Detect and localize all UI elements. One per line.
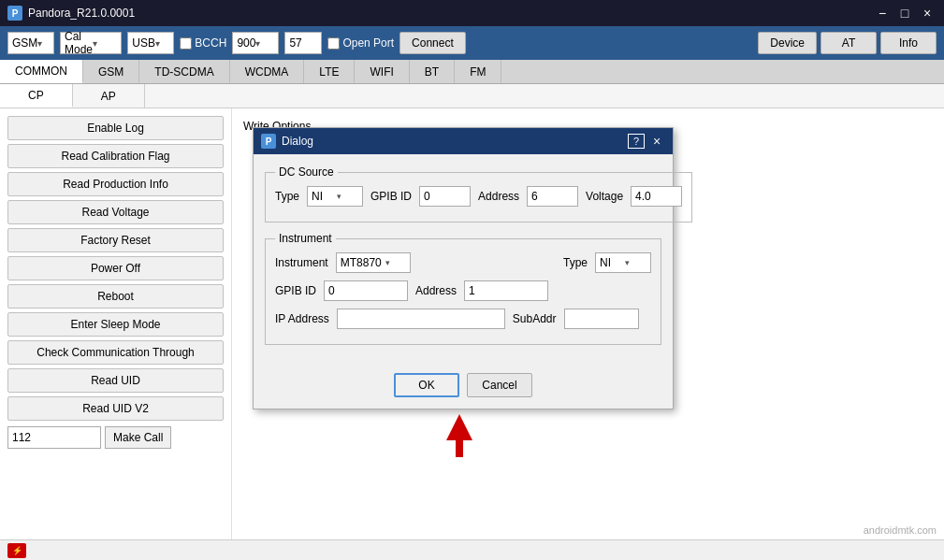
voltage-input[interactable] [631,186,682,207]
bcch-checkbox-label: BCCH [180,36,226,50]
enable-log-button[interactable]: Enable Log [7,116,224,140]
gpib-id2-input[interactable] [324,280,408,301]
tab-cp[interactable]: CP [0,84,73,108]
bcch-value-dropdown[interactable]: 900 ▾ [232,32,279,54]
type-label: Type [275,190,299,203]
dialog-title-bar: P Dialog ? × [254,128,673,154]
read-uid-v2-button[interactable]: Read UID V2 [7,396,224,421]
instrument-type-dropdown[interactable]: NI ▾ [595,252,651,273]
arrow-stem [456,440,463,457]
at-button[interactable]: AT [821,32,877,54]
watermark: androidmtk.com [864,524,937,536]
read-production-info-button[interactable]: Read Production Info [7,172,224,196]
tab-tdscdma[interactable]: TD-SCDMA [139,60,229,83]
tab-lte[interactable]: LTE [304,60,355,83]
cancel-button[interactable]: Cancel [467,373,532,397]
window-controls: − □ × [873,6,937,21]
content-area: CP AP Enable Log Read Calibration Flag R… [0,84,944,539]
voltage-label: Voltage [586,190,623,203]
connect-button[interactable]: Connect [399,32,466,54]
phone-row: Make Call [7,426,224,449]
toolbar-right: Device AT Info [758,32,937,54]
instrument-row3: IP Address SubAddr [275,309,651,329]
gsm-dropdown[interactable]: GSM ▾ [7,32,54,54]
main-tabs: COMMON GSM TD-SCDMA WCDMA LTE WIFI BT FM [0,60,944,84]
tab-wifi[interactable]: WIFI [355,60,409,83]
calmode-dropdown[interactable]: Cal Mode ▾ [60,32,122,54]
reboot-button[interactable]: Reboot [7,284,224,309]
sub-tabs: CP AP [0,84,944,108]
bcch-arrow: ▾ [255,38,274,49]
make-call-button[interactable]: Make Call [105,426,171,449]
subaddr-input[interactable] [564,309,639,329]
read-voltage-button[interactable]: Read Voltage [7,200,224,224]
restore-button[interactable]: □ [895,6,914,21]
minimize-button[interactable]: − [873,6,892,21]
usb-dropdown[interactable]: USB ▾ [127,32,174,54]
type-arrow: ▾ [337,192,358,201]
tab-fm[interactable]: FM [455,60,501,83]
address-input[interactable] [527,186,578,207]
dialog-footer: OK Cancel [254,366,673,409]
dc-source-row: Type NI ▾ GPIB ID Address Voltage [275,186,682,207]
phone-number-input[interactable] [7,426,101,449]
tab-ap[interactable]: AP [73,84,145,108]
instrument-legend: Instrument [275,232,336,245]
chan-input[interactable] [284,32,322,54]
ip-address-input[interactable] [337,309,505,329]
instrument-type-arrow: ▾ [625,258,646,267]
instrument-arrow: ▾ [385,258,406,267]
tab-wcdma[interactable]: WCDMA [230,60,305,83]
dc-source-section: DC Source Type NI ▾ GPIB ID Address Volt… [265,165,692,223]
dialog-icon: P [261,134,276,149]
usb-icon: ⚡ [7,543,26,558]
app-title: Pandora_R21.0.0001 [28,7,873,20]
gpib-id-label: GPIB ID [370,190,412,203]
dialog-body: DC Source Type NI ▾ GPIB ID Address Volt… [254,154,673,366]
instrument-row1: Instrument MT8870 ▾ Type NI ▾ [275,252,651,273]
dialog-close-button[interactable]: × [648,134,665,149]
tab-bt[interactable]: BT [410,60,455,83]
gpib-id2-label: GPIB ID [275,284,316,297]
read-uid-button[interactable]: Read UID [7,368,224,393]
gpib-id-input[interactable] [419,186,471,207]
info-button[interactable]: Info [880,32,937,54]
tab-gsm[interactable]: GSM [83,60,139,83]
tab-common[interactable]: COMMON [0,60,83,83]
open-port-checkbox[interactable] [327,37,340,50]
gsm-dropdown-arrow: ▾ [37,38,50,49]
main-content: Enable Log Read Calibration Flag Read Pr… [0,108,944,539]
ok-button[interactable]: OK [394,373,459,397]
app-icon: P [7,6,22,21]
enter-sleep-mode-button[interactable]: Enter Sleep Mode [7,312,224,337]
toolbar: GSM ▾ Cal Mode ▾ USB ▾ BCCH 900 ▾ Open P… [0,26,944,60]
arrow-head [446,414,472,440]
calmode-dropdown-arrow: ▾ [93,38,117,49]
status-bar: ⚡ [0,539,944,560]
dialog: P Dialog ? × DC Source Type NI ▾ GPI [253,127,674,409]
bcch-checkbox[interactable] [180,37,192,50]
dc-source-legend: DC Source [275,165,338,179]
ip-address-label: IP Address [275,312,329,325]
dialog-help-button[interactable]: ? [628,134,645,149]
factory-reset-button[interactable]: Factory Reset [7,228,224,252]
device-button[interactable]: Device [758,32,817,54]
dialog-title: Dialog [282,135,628,148]
subaddr-label: SubAddr [513,312,557,325]
read-calibration-flag-button[interactable]: Read Calibration Flag [7,144,224,168]
instrument-section: Instrument Instrument MT8870 ▾ Type NI ▾ [265,232,661,345]
usb-dropdown-arrow: ▾ [155,38,169,49]
instrument-label: Instrument [275,256,328,269]
address2-input[interactable] [464,280,548,301]
power-off-button[interactable]: Power Off [7,256,224,280]
address-label: Address [478,190,519,203]
ok-arrow [446,414,472,457]
close-button[interactable]: × [918,6,937,21]
instrument-dropdown[interactable]: MT8870 ▾ [336,252,411,273]
check-communication-button[interactable]: Check Communication Through [7,340,224,365]
instrument-row2: GPIB ID Address [275,280,651,301]
type-dropdown[interactable]: NI ▾ [307,186,363,207]
open-port-label: Open Port [327,36,394,50]
address2-label: Address [415,284,457,297]
instrument-type-label: Type [563,256,588,269]
